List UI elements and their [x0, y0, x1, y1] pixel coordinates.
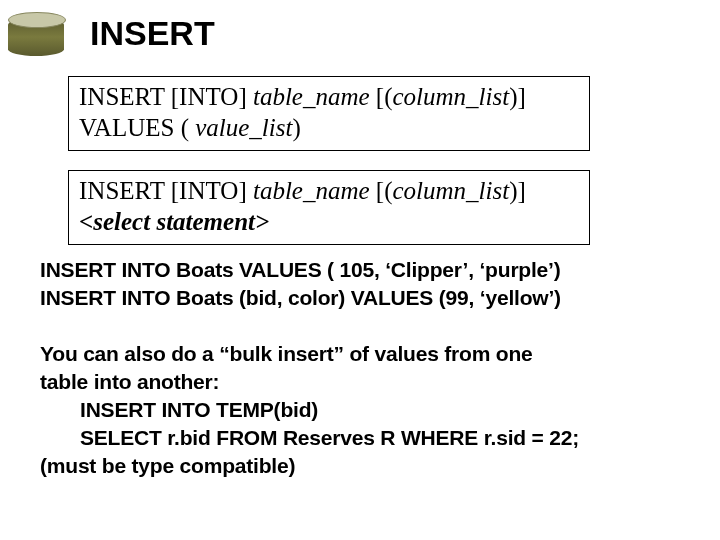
syntax1-table: table_name — [253, 83, 370, 110]
syntax2-p2: [( — [370, 177, 393, 204]
syntax2-kw1: INSERT [INTO] — [79, 177, 253, 204]
bulk-line-2: table into another: — [40, 368, 219, 395]
syntax1-p2: [( — [370, 83, 393, 110]
syntax2-table: table_name — [253, 177, 370, 204]
syntax2-cols: column_list — [393, 177, 510, 204]
example-2: INSERT INTO Boats (bid, color) VALUES (9… — [40, 284, 561, 311]
example-1: INSERT INTO Boats VALUES ( 105, ‘Clipper… — [40, 256, 561, 283]
syntax2-p3: )] — [509, 177, 526, 204]
syntax2-select: <select statement> — [79, 208, 269, 235]
syntax1-valuelist: value_list — [195, 114, 292, 141]
bulk-line-3: INSERT INTO TEMP(bid) — [80, 396, 318, 423]
syntax1-close: ) — [292, 114, 300, 141]
syntax1-cols: column_list — [393, 83, 510, 110]
syntax1-p3: )] — [509, 83, 526, 110]
bulk-line-4: SELECT r.bid FROM Reserves R WHERE r.sid… — [80, 424, 579, 451]
syntax1-values-kw: VALUES ( — [79, 114, 195, 141]
syntax1-kw1: INSERT [INTO] — [79, 83, 253, 110]
syntax-box-values: INSERT [INTO] table_name [(column_list)]… — [68, 76, 590, 151]
syntax-box-select: INSERT [INTO] table_name [(column_list)]… — [68, 170, 590, 245]
bulk-line-1: You can also do a “bulk insert” of value… — [40, 340, 533, 367]
database-icon — [8, 8, 68, 58]
bulk-line-5: (must be type compatible) — [40, 452, 295, 479]
slide-title: INSERT — [90, 14, 215, 53]
